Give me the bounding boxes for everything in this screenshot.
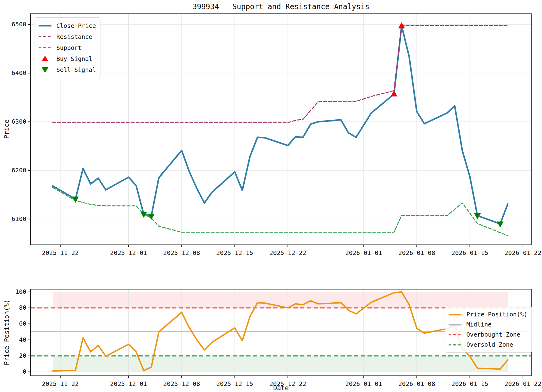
buy-signal-marker-icon [38, 55, 52, 62]
legend-label-sell-signal: Sell Signal [56, 66, 96, 73]
x-tick-label: 2025-11-22 [36, 249, 85, 256]
legend-item-sell-signal: Sell Signal [38, 64, 96, 75]
oversold-line-swatch [448, 342, 462, 348]
support-line [53, 187, 508, 235]
x-tick-label: 2026-01-22 [499, 249, 542, 256]
y-tick-label: 80 [5, 304, 26, 311]
x-tick-label: 2025-12-15 [210, 249, 259, 256]
x-tick-label: 2025-12-22 [263, 249, 312, 256]
price-chart [28, 14, 531, 247]
sell-signal-marker-icon [38, 66, 52, 73]
x-tick-label: 2026-01-08 [392, 380, 441, 387]
legend-label-midline: Midline [466, 321, 491, 328]
y-tick-label: 6300 [5, 118, 26, 125]
overbought-zone [53, 292, 508, 308]
chart-title: 399934 - Support and Resistance Analysis [31, 2, 531, 11]
x-tick-label: 2026-01-15 [445, 380, 494, 387]
y-tick-label: 6500 [5, 21, 26, 28]
price-position-line-swatch [448, 311, 462, 318]
close-price-line-swatch [38, 22, 52, 29]
legend-item-support: Support [38, 42, 96, 53]
sell-signal-marker [72, 197, 79, 203]
x-tick-label: 2025-11-22 [36, 380, 85, 387]
legend-item-buy-signal: Buy Signal [38, 53, 96, 64]
legend-item-oversold-zone: Oversold Zone [448, 340, 528, 350]
legend-item-price-position: Price Position(%) [448, 309, 528, 319]
legend-item-close-price: Close Price [38, 20, 96, 31]
axis-spine [31, 14, 531, 245]
legend-label-price-position: Price Position(%) [466, 311, 528, 318]
x-tick-label: 2025-12-01 [104, 380, 153, 387]
y-tick-label: 6400 [5, 69, 26, 77]
oversold-zone [53, 356, 508, 372]
x-tick-label: 2026-01-15 [445, 249, 494, 256]
x-tick-label: 2026-01-08 [392, 249, 441, 256]
legend-bottom: Price Position(%) Midline Overbought Zon… [445, 307, 532, 353]
x-tick-label: 2026-01-01 [339, 380, 388, 387]
x-tick-label: 2026-01-22 [499, 380, 542, 387]
x-tick-label: 2025-12-15 [210, 380, 259, 387]
y-tick-label: 6100 [5, 215, 26, 222]
legend-item-overbought-zone: Overbought Zone [448, 330, 528, 340]
y-tick-label: 20 [5, 352, 26, 359]
legend-label-support: Support [56, 44, 81, 51]
y-tick-label: 0 [5, 368, 26, 375]
legend-label-oversold-zone: Oversold Zone [466, 341, 513, 348]
legend-item-resistance: Resistance [38, 31, 96, 42]
y-tick-label: 40 [5, 336, 26, 343]
x-tick-label: 2025-12-08 [157, 249, 206, 256]
x-tick-label: 2025-12-22 [263, 380, 312, 387]
support-line-swatch [38, 44, 52, 51]
resistance-line-swatch [38, 33, 52, 40]
legend-label-resistance: Resistance [56, 33, 92, 40]
x-tick-label: 2025-12-01 [104, 249, 153, 256]
legend-label-buy-signal: Buy Signal [56, 55, 92, 62]
x-tick-label: 2026-01-01 [339, 249, 388, 256]
y-tick-label: 100 [5, 288, 26, 295]
resistance-line [53, 25, 508, 123]
legend-label-close-price: Close Price [56, 22, 96, 29]
legend-label-overbought-zone: Overbought Zone [466, 331, 520, 338]
y-tick-label: 6200 [5, 166, 26, 174]
midline-swatch [448, 321, 462, 328]
y-tick-label: 60 [5, 320, 26, 327]
legend-item-midline: Midline [448, 319, 528, 330]
figure: 399934 - Support and Resistance Analysis… [0, 0, 542, 392]
overbought-line-swatch [448, 331, 462, 338]
sell-signal-marker [497, 222, 503, 228]
close-price-line [53, 26, 508, 224]
x-tick-label: 2025-12-08 [157, 380, 206, 387]
legend-top: Close Price Resistance Support Buy Signa… [35, 17, 100, 78]
